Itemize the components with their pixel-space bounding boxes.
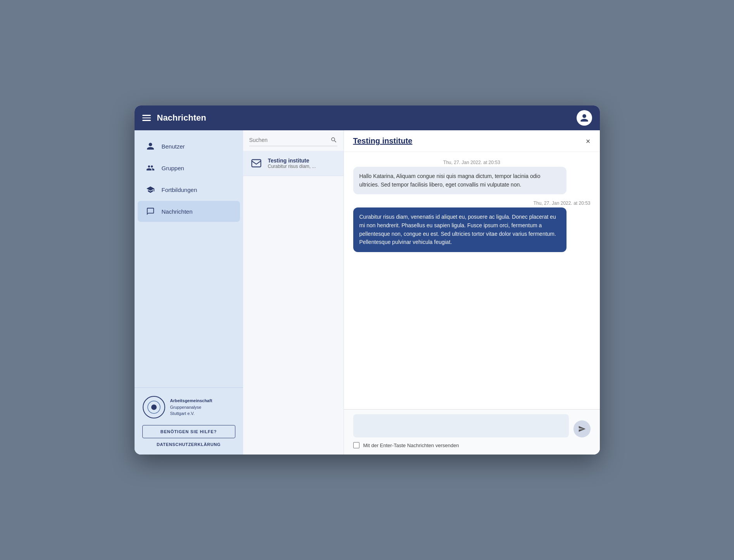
groups-icon — [145, 163, 155, 173]
enter-send-label: Mit der Enter-Taste Nachrichten versende… — [363, 442, 459, 448]
svg-point-2 — [151, 404, 157, 410]
menu-icon[interactable] — [142, 115, 151, 121]
list-item[interactable]: Testing institute Curabitur risus diam, … — [243, 151, 344, 176]
search-box — [249, 137, 337, 146]
sidebar-item-benutzer-label: Benutzer — [162, 143, 185, 150]
user-icon — [145, 141, 155, 151]
message-items: Testing institute Curabitur risus diam, … — [243, 151, 344, 455]
chat-timestamp-1: Thu, 27. Jan 2022. at 20:53 Hallo Katari… — [353, 160, 591, 194]
enter-send-checkbox[interactable] — [353, 442, 359, 448]
envelope-icon — [249, 156, 263, 170]
sidebar-nav: Benutzer Gruppen Fortbildungen — [135, 130, 243, 387]
sidebar-item-nachrichten-label: Nachrichten — [162, 208, 193, 215]
search-input[interactable] — [249, 137, 330, 143]
chat-input-area: Mit der Enter-Taste Nachrichten versende… — [344, 409, 600, 455]
sidebar-item-fortbildungen[interactable]: Fortbildungen — [138, 179, 240, 200]
messages-icon — [145, 206, 155, 216]
sidebar-item-fortbildungen-label: Fortbildungen — [162, 187, 197, 193]
sidebar-item-gruppen-label: Gruppen — [162, 165, 184, 171]
chat-panel: Testing institute × Thu, 27. Jan 2022. a… — [344, 130, 600, 455]
sidebar-item-gruppen[interactable]: Gruppen — [138, 157, 240, 178]
chat-title: Testing institute — [353, 137, 586, 145]
logo-svg — [142, 396, 166, 419]
svg-rect-3 — [252, 160, 261, 167]
header-title: Nachrichten — [157, 113, 577, 123]
sidebar: Benutzer Gruppen Fortbildungen — [135, 130, 243, 455]
user-avatar-button[interactable] — [577, 110, 592, 126]
message-list-title: Testing institute — [268, 157, 337, 164]
main-layout: Benutzer Gruppen Fortbildungen — [135, 130, 600, 455]
help-button[interactable]: BENÖTIGEN SIE HILFE? — [142, 425, 235, 438]
sidebar-item-benutzer[interactable]: Benutzer — [138, 136, 240, 157]
chat-header: Testing institute × — [344, 130, 600, 152]
chat-timestamp-2: Thu, 27. Jan 2022. at 20:53 Curabitur ri… — [353, 200, 591, 252]
chat-bubble-outgoing-1: Curabitur risus diam, venenatis id aliqu… — [353, 207, 567, 252]
chat-enter-row: Mit der Enter-Taste Nachrichten versende… — [353, 442, 591, 448]
chat-textarea[interactable] — [353, 414, 569, 437]
sidebar-item-nachrichten[interactable]: Nachrichten — [138, 201, 240, 222]
header: Nachrichten — [135, 105, 600, 130]
education-icon — [145, 185, 155, 195]
message-list-text: Testing institute Curabitur risus diam, … — [268, 157, 337, 169]
chat-close-button[interactable]: × — [586, 137, 591, 145]
logo-text: Arbeitsgemeinschaft Gruppenanalyse Stutt… — [170, 398, 212, 417]
chat-send-button[interactable] — [573, 420, 591, 437]
sidebar-logo: Arbeitsgemeinschaft Gruppenanalyse Stutt… — [142, 396, 235, 419]
datenschutz-link[interactable]: DATENSCHUTZERKLÄRUNG — [142, 442, 235, 447]
sidebar-footer: Arbeitsgemeinschaft Gruppenanalyse Stutt… — [135, 387, 243, 455]
chat-input-row — [353, 414, 591, 437]
search-container — [243, 130, 344, 151]
search-button[interactable] — [330, 137, 337, 143]
app-container: Nachrichten Benutzer — [135, 105, 600, 455]
chat-bubble-incoming-1: Hallo Katarina, Aliquam congue nisi quis… — [353, 167, 567, 194]
message-list-preview: Curabitur risus diam, ... — [268, 164, 337, 169]
messages-list-panel: Testing institute Curabitur risus diam, … — [243, 130, 344, 455]
chat-messages: Thu, 27. Jan 2022. at 20:53 Hallo Katari… — [344, 152, 600, 409]
